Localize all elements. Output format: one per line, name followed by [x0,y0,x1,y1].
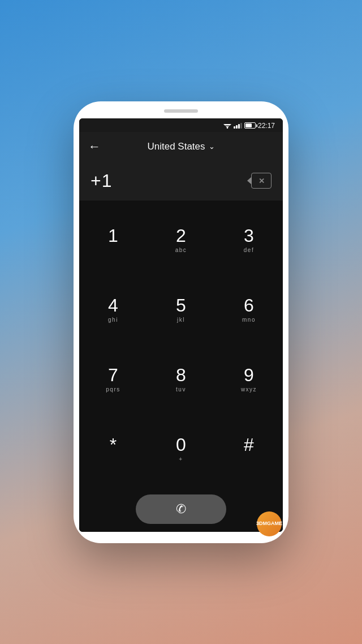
dialpad-row: 12abc3def [79,206,283,276]
key-letters: jkl [177,317,185,325]
status-icons: 22:17 [223,122,275,130]
number-display: +1 ✕ [79,161,283,201]
dialpad-row: 4ghi5jkl6mno [79,275,283,345]
phone-number: +1 [90,170,112,191]
key-letters: mno [242,317,256,325]
backspace-icon: ✕ [258,177,265,185]
key-letters: + [179,456,183,464]
key-digit: 1 [108,226,118,246]
dialpad-row: *0+# [79,415,283,484]
phone-speaker [164,109,198,113]
status-bar: 22:17 [79,118,283,132]
dialpad-key-9[interactable]: 9wxyz [215,345,283,415]
key-digit: 7 [108,365,118,385]
nav-bar: ← United States ⌄ [79,132,283,161]
key-digit: 2 [176,226,186,246]
dialpad-key-2[interactable]: 2abc [147,206,215,276]
dialpad-key-4[interactable]: 4ghi [79,275,147,345]
country-name: United States [147,141,205,152]
dialpad-row: 7pqrs8tuv9wxyz [79,345,283,415]
call-icon: ✆ [176,502,186,517]
dialpad-key-1[interactable]: 1 [79,206,147,276]
country-selector[interactable]: United States ⌄ [147,141,214,152]
dialpad-key-6[interactable]: 6mno [215,275,283,345]
key-digit: 8 [176,365,186,385]
phone-screen: 22:17 ← United States ⌄ +1 ✕ 12abc3def4g… [79,118,283,532]
key-letters: ghi [108,317,118,325]
dialpad: 12abc3def4ghi5jkl6mno7pqrs8tuv9wxyz*0+# [79,201,283,490]
dialpad-key-star[interactable]: * [79,415,147,484]
battery-icon [244,122,256,129]
key-letters: wxyz [241,386,257,394]
dialpad-key-8[interactable]: 8tuv [147,345,215,415]
dialpad-key-5[interactable]: 5jkl [147,275,215,345]
phone-frame: 22:17 ← United States ⌄ +1 ✕ 12abc3def4g… [74,101,288,543]
call-area: ✆ [79,490,283,532]
key-letters: def [244,247,254,255]
signal-icon [234,123,242,129]
dialpad-key-7[interactable]: 7pqrs [79,345,147,415]
key-digit: 0 [176,435,186,455]
status-time: 22:17 [258,122,275,130]
dialpad-key-0[interactable]: 0+ [147,415,215,484]
key-digit: 6 [244,296,254,315]
key-digit: 9 [244,365,254,385]
dialpad-key-3[interactable]: 3def [215,206,283,276]
key-letters: abc [175,247,187,255]
key-digit: * [110,435,117,455]
backspace-button[interactable]: ✕ [251,173,272,189]
key-letters: tuv [176,386,186,394]
key-digit: 4 [108,296,118,315]
key-digit: # [244,435,254,455]
back-button[interactable]: ← [88,139,101,154]
key-digit: 3 [244,226,254,246]
key-digit: 5 [176,296,186,315]
call-button[interactable]: ✆ [136,494,226,524]
watermark: 3DMGAME [257,511,282,536]
dialpad-key-hash[interactable]: # [215,415,283,484]
key-letters: pqrs [106,386,120,394]
chevron-down-icon: ⌄ [209,142,215,151]
wifi-icon [223,122,231,129]
